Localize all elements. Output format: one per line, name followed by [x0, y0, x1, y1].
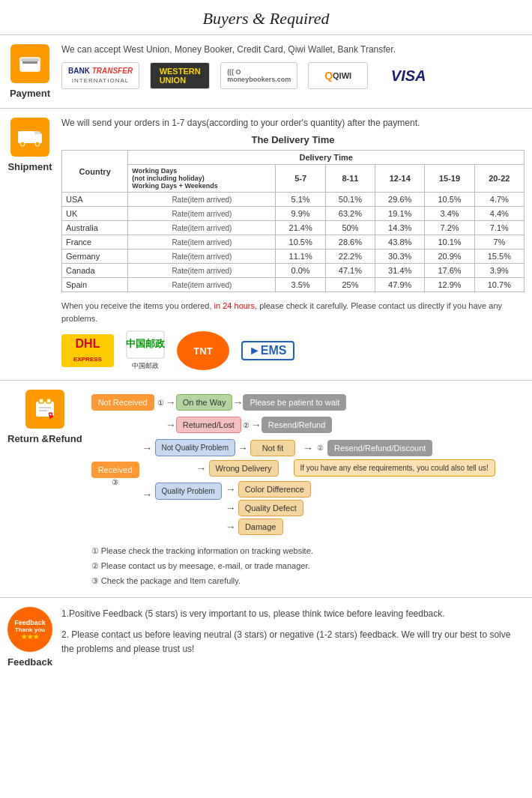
cell-d5: 7%	[474, 235, 524, 250]
table-row: France Rate(item arrived) 10.5% 28.6% 43…	[62, 235, 525, 250]
col-15-19: 15-19	[425, 165, 474, 193]
cell-rate: Rate(item arrived)	[128, 193, 276, 207]
svg-marker-7	[34, 131, 42, 134]
refund-note-3: ③ Check the package and Item carefully.	[91, 574, 525, 589]
col-20-22: 20-22	[474, 165, 524, 193]
cell-rate: Rate(item arrived)	[128, 264, 276, 278]
cell-d1: 3.5%	[276, 278, 325, 292]
payment-icon	[10, 44, 49, 83]
shipment-content: We will send your orders in 1-7 days(acc…	[61, 118, 525, 371]
moneybookers-logo: ((( Omoneybookers.com	[220, 62, 297, 89]
svg-rect-12	[36, 402, 54, 417]
flow-diagram: Not Received ① → On the Way → Please be …	[91, 394, 525, 535]
feedback-section: Feedback Thank you ★★★ Feedback 1.Positi…	[0, 597, 532, 677]
table-row: UK Rate(item arrived) 9.9% 63.2% 19.1% 3…	[62, 207, 525, 221]
cell-d2: 50.1%	[325, 193, 375, 207]
col-working-days: Working Days(not including holiday)Worki…	[128, 165, 276, 193]
cell-rate: Rate(item arrived)	[128, 250, 276, 264]
shipment-note: When you receive the items you ordered, …	[61, 300, 525, 324]
table-row: USA Rate(item arrived) 5.1% 50.1% 29.6% …	[62, 193, 525, 207]
quality-sub-items: → Color Difference → Quality Defect → Da…	[226, 481, 311, 535]
received-sub-flows: → Not Quality Problem → Not fit → ② Rese…	[142, 439, 495, 535]
table-row: Germany Rate(item arrived) 11.1% 22.2% 3…	[62, 250, 525, 264]
circle-2a: ②	[243, 421, 250, 429]
cell-d2: 47.1%	[325, 264, 375, 278]
feedback-label: Feedback	[7, 656, 52, 668]
svg-rect-13	[39, 399, 43, 403]
cell-d4: 7.2%	[425, 221, 474, 235]
western-union-logo: WESTERNUNION	[150, 62, 210, 89]
svg-point-9	[35, 142, 40, 146]
cell-country: Australia	[62, 221, 128, 235]
courier-logos: DHLEXPRESS 中国邮政 中国邮政 TNT ►EMS	[61, 330, 525, 371]
qiwi-logo: QQIWI	[308, 62, 368, 89]
cell-d5: 7.1%	[474, 221, 524, 235]
not-quality-row: → Not Quality Problem → Not fit → ② Rese…	[142, 439, 495, 456]
shipment-section: Shipment We will send your orders in 1-7…	[0, 108, 532, 380]
quality-defect-row: → Quality Defect	[226, 500, 311, 516]
wrong-delivery-row: → Wrong Delivery → If you have any else …	[196, 459, 495, 477]
on-the-way-box: On the Way	[176, 394, 233, 411]
col-12-14: 12-14	[375, 165, 425, 193]
cell-d5: 15.5%	[474, 250, 524, 264]
feedback-text2: 2. Please contact us before leaving neut…	[61, 628, 525, 656]
shipment-top-text: We will send your orders in 1-7 days(acc…	[61, 118, 525, 128]
cell-d3: 29.6%	[375, 193, 425, 207]
cell-country: France	[62, 235, 128, 250]
not-received-group: Not Received ① → On the Way → Please be …	[91, 394, 525, 433]
payment-section: Payment We can accept West Union, Money …	[0, 34, 532, 108]
color-diff-row: → Color Difference	[226, 481, 311, 498]
cell-d2: 22.2%	[325, 250, 375, 264]
col-5-7: 5-7	[276, 165, 325, 193]
svg-text:中国邮政: 中国邮政	[126, 338, 165, 349]
cn-post-label: 中国邮政	[126, 361, 165, 371]
svg-rect-14	[46, 399, 51, 403]
delivery-table: Country Delivery Time Working Days(not i…	[61, 150, 525, 292]
damage-row: → Damage	[226, 519, 311, 535]
tnt-logo: TNT	[177, 331, 229, 370]
cell-d4: 20.9%	[425, 250, 474, 264]
cn-post-logo: 中国邮政 中国邮政	[126, 330, 165, 371]
svg-rect-5	[18, 131, 34, 143]
cell-d3: 43.8%	[375, 235, 425, 250]
circle-1a: ①	[157, 399, 164, 407]
cell-country: Canada	[62, 264, 128, 278]
shipment-label: Shipment	[7, 161, 52, 172]
ems-logo: ►EMS	[241, 341, 294, 360]
table-row: Australia Rate(item arrived) 21.4% 50% 1…	[62, 221, 525, 235]
circle-3: ③	[112, 478, 118, 486]
svg-rect-3	[22, 66, 28, 68]
on-the-way-row: ① → On the Way → Please be patient to wa…	[157, 394, 347, 411]
cell-d3: 14.3%	[375, 221, 425, 235]
cell-rate: Rate(item arrived)	[128, 221, 276, 235]
not-received-box: Not Received	[91, 394, 154, 411]
cell-d5: 3.9%	[474, 264, 524, 278]
return-icon-block: Return &Refund	[7, 390, 82, 444]
returned-lost-row: ① → Returned/Lost ② → Resend/Refund	[157, 417, 347, 433]
payment-icon-block: Payment	[7, 44, 52, 99]
cn-post-svg: 中国邮政	[126, 330, 165, 359]
cell-d2: 28.6%	[325, 235, 375, 250]
cell-d5: 4.7%	[474, 193, 524, 207]
cell-d1: 0.0%	[276, 264, 325, 278]
feedback-icon-block: Feedback Thank you ★★★ Feedback	[7, 607, 52, 668]
cell-country: Spain	[62, 278, 128, 292]
quality-defect-box: Quality Defect	[238, 500, 303, 516]
delivery-title: The Delivery Time	[61, 134, 525, 145]
cell-country: UK	[62, 207, 128, 221]
cell-d5: 10.7%	[474, 278, 524, 292]
received-box: Received	[91, 462, 139, 478]
return-icon	[25, 390, 64, 429]
damage-box: Damage	[238, 519, 283, 535]
page-title: Buyers & Required	[0, 0, 532, 34]
cell-rate: Rate(item arrived)	[128, 235, 276, 250]
shipment-svg	[16, 124, 43, 151]
cell-d3: 47.9%	[375, 278, 425, 292]
refund-note-1: ① Please check the tracking information …	[91, 544, 525, 559]
bank-transfer-logo: BANK TRANSFERINTERNATIONAL	[61, 62, 139, 89]
dhl-logo: DHLEXPRESS	[61, 334, 114, 367]
resend-discount-box: Resend/Refund/Discount	[327, 440, 432, 456]
svg-rect-4	[22, 61, 37, 64]
quality-problem-box: Quality Problem	[155, 483, 222, 500]
cell-d5: 4.4%	[474, 207, 524, 221]
